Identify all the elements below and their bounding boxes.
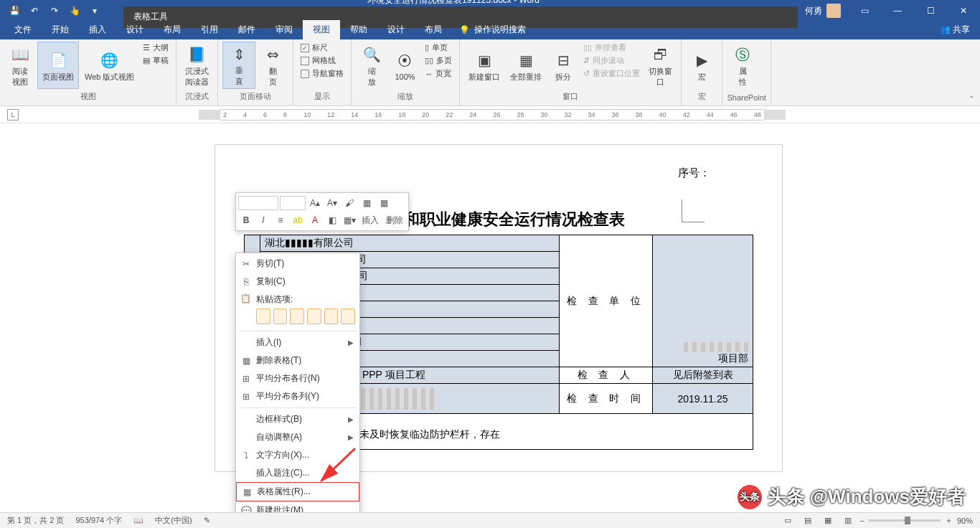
zoom-slider[interactable] [869, 519, 941, 522]
tab-table-layout[interactable]: 布局 [415, 20, 452, 39]
zoom-in-button[interactable]: ＋ [945, 515, 953, 526]
touch-mode-icon[interactable]: 👆 [66, 2, 83, 19]
tab-layout[interactable]: 布局 [154, 20, 191, 39]
paste-picture-icon[interactable] [290, 308, 304, 324]
tab-table-design[interactable]: 设计 [377, 20, 415, 39]
paste-nest-icon[interactable] [324, 308, 339, 324]
qat-dropdown-icon[interactable]: ▾ [86, 2, 103, 19]
paste-new-icon[interactable] [341, 308, 355, 324]
insert-submenu[interactable]: 插入(I)▶ [236, 334, 359, 352]
font-color-icon[interactable]: A [307, 212, 323, 228]
language-indicator[interactable]: 中文(中国) [155, 515, 192, 526]
checker-value[interactable]: 见后附签到表 [653, 367, 753, 384]
arrange-all-button[interactable]: ▦全部重排 [506, 42, 546, 89]
ruler-checkbox[interactable]: ✓标尺 [298, 42, 347, 54]
spell-check-icon[interactable]: 📖 [133, 516, 143, 525]
bold-icon[interactable]: B [238, 212, 254, 228]
one-page-button[interactable]: ▯单页 [422, 42, 455, 54]
grow-font-icon[interactable]: A▴ [307, 195, 323, 211]
font-size-combo[interactable] [280, 196, 306, 210]
draft-button[interactable]: ▤草稿 [140, 55, 171, 67]
outline-button[interactable]: ☰大纲 [140, 42, 171, 54]
tab-view[interactable]: 视图 [303, 20, 340, 39]
web-layout-button[interactable]: 🌐Web 版式视图 [80, 42, 138, 89]
autofit-submenu[interactable]: 自动调整(A)▶ [236, 428, 359, 446]
copy-item[interactable]: ⎘复制(C) [236, 273, 359, 291]
paste-merge-icon[interactable] [273, 308, 288, 324]
zoom-100-button[interactable]: ⦿100% [389, 42, 420, 89]
word-count[interactable]: 953/974 个字 [75, 515, 122, 526]
side-to-side-button[interactable]: ⇔翻 页 [257, 42, 288, 89]
tab-home[interactable]: 开始 [42, 20, 79, 39]
properties-button[interactable]: Ⓢ属 性 [727, 42, 758, 89]
tab-references[interactable]: 引用 [191, 20, 228, 39]
page-width-button[interactable]: ↔页宽 [422, 67, 455, 80]
format-painter-icon[interactable]: 🖌 [341, 195, 357, 211]
web-layout-status-icon[interactable]: ▥ [840, 514, 856, 527]
tab-help[interactable]: 帮助 [340, 20, 377, 39]
save-icon[interactable]: 💾 [6, 2, 23, 19]
vertical-button[interactable]: ⇕垂 直 [222, 42, 255, 89]
tab-insert[interactable]: 插入 [79, 20, 116, 39]
tab-file[interactable]: 文件 [4, 20, 42, 39]
horizontal-ruler[interactable]: 2468101214161820222426283032343638404244… [220, 108, 765, 121]
distribute-cols-item[interactable]: ⊞平均分布各列(Y) [236, 387, 359, 405]
col-check-unit[interactable]: 检 查 单 位 [560, 235, 653, 367]
undo-icon[interactable]: ↶ [26, 2, 43, 19]
font-family-combo[interactable] [238, 196, 278, 210]
tab-design[interactable]: 设计 [116, 20, 154, 39]
collapse-ribbon-icon[interactable]: ⌃ [969, 95, 974, 103]
multi-page-button[interactable]: ▯▯多页 [422, 55, 455, 67]
print-layout-button[interactable]: 📄页面视图 [37, 42, 79, 89]
new-window-button[interactable]: ▣新建窗口 [464, 42, 504, 89]
cut-item[interactable]: ✂剪切(T) [236, 255, 359, 273]
border-style-submenu[interactable]: 边框样式(B)▶ [236, 410, 359, 428]
close-button[interactable]: ✕ [947, 0, 980, 22]
align-icon[interactable]: ≡ [273, 212, 288, 228]
document-area[interactable]: 序号： 环境和职业健康安全运行情况检查表 湖北▮▮▮▮▮有限公司 检 查 单 位… [0, 123, 980, 512]
tab-review[interactable]: 审阅 [265, 20, 303, 39]
redo-icon[interactable]: ↷ [46, 2, 63, 19]
tab-selector[interactable]: L [7, 109, 19, 121]
page-indicator[interactable]: 第 1 页，共 2 页 [7, 515, 64, 526]
distribute-rows-item[interactable]: ⊞平均分布各行(N) [236, 369, 359, 387]
print-layout-status-icon[interactable]: ▦ [820, 514, 836, 527]
zoom-out-button[interactable]: − [860, 517, 864, 525]
mini-insert-button[interactable]: 插入 [359, 212, 382, 228]
paste-keep-source-icon[interactable] [256, 308, 270, 324]
focus-mode-icon[interactable]: ▭ [780, 514, 796, 527]
gridlines-checkbox[interactable]: 网格线 [298, 55, 347, 67]
track-changes-icon[interactable]: ✎ [204, 516, 210, 525]
delete-table-item[interactable]: ▦删除表格(T) [236, 352, 359, 369]
switch-windows-button[interactable]: 🗗切换窗 口 [644, 42, 677, 89]
paste-text-icon[interactable] [307, 308, 321, 324]
ribbon-options-icon[interactable]: ▭ [848, 0, 881, 22]
zoom-thumb[interactable] [905, 517, 910, 524]
shading-icon[interactable]: ◧ [324, 212, 340, 228]
insert-caption-item[interactable]: 插入题注(C)... [236, 464, 359, 482]
table-cell[interactable]: 湖北▮▮▮▮▮有限公司 [260, 235, 560, 252]
table-styles-icon[interactable]: ▦ [376, 195, 392, 211]
mini-delete-button[interactable]: 删除 [383, 212, 406, 228]
checker-label[interactable]: 检 查 人 [560, 367, 653, 384]
share-button[interactable]: 👥 共享 [930, 20, 980, 39]
zoom-level[interactable]: 90% [957, 517, 973, 525]
macros-button[interactable]: ▶宏 [686, 42, 717, 89]
minimize-button[interactable]: — [881, 0, 914, 22]
time-value[interactable]: 2019.11.25 [653, 384, 753, 414]
user-account[interactable]: 何勇 [798, 4, 848, 18]
tab-mailings[interactable]: 邮件 [228, 20, 265, 39]
nav-pane-checkbox[interactable]: 导航窗格 [298, 67, 347, 80]
maximize-button[interactable]: ☐ [914, 0, 947, 22]
borders-dropdown-icon[interactable]: ▦▾ [341, 212, 357, 228]
read-mode-button[interactable]: 📖阅读 视图 [4, 42, 36, 89]
table-properties-item[interactable]: ▦表格属性(R)... [236, 482, 359, 501]
immersive-reader-button[interactable]: 📘沉浸式 阅读器 [181, 42, 213, 89]
border-icon[interactable]: ▦ [359, 195, 374, 211]
text-direction-item[interactable]: ⤵文字方向(X)... [236, 446, 359, 464]
time-label[interactable]: 检 查 时 间 [560, 384, 653, 414]
split-button[interactable]: ⊟拆分 [547, 42, 579, 89]
check-unit-value[interactable]: 项目部 [653, 235, 753, 367]
tell-me-search[interactable]: 💡 操作说明搜索 [452, 20, 533, 39]
italic-icon[interactable]: I [255, 212, 271, 228]
